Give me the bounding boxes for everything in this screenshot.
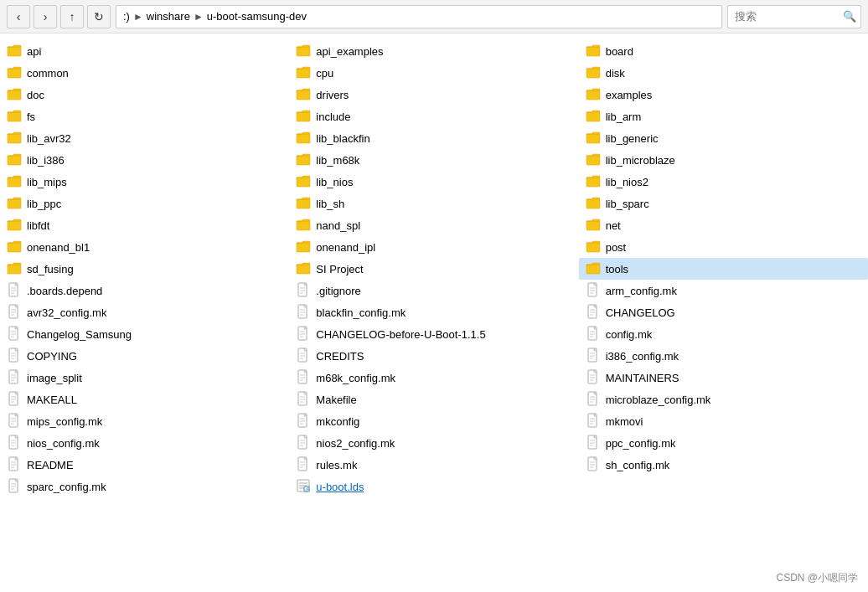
file-item[interactable]: nand_spl xyxy=(289,214,578,236)
file-icon xyxy=(296,304,311,322)
address-path[interactable]: :) ► winshare ► u-boot-samsung-dev xyxy=(116,5,722,28)
svg-rect-30 xyxy=(8,265,21,274)
forward-button[interactable]: › xyxy=(34,5,57,28)
file-item[interactable]: lib_avr32 xyxy=(0,127,289,149)
file-item[interactable]: .gitignore xyxy=(289,280,578,301)
file-item[interactable]: sh_config.mk xyxy=(579,454,868,476)
file-item[interactable]: lib_nios xyxy=(289,171,578,193)
file-item[interactable]: onenand_bl1 xyxy=(0,236,289,258)
file-item[interactable]: microblaze_config.mk xyxy=(579,389,868,410)
file-item[interactable]: i386_config.mk xyxy=(579,345,868,367)
file-item[interactable]: board xyxy=(579,40,868,62)
path-part-2: winshare xyxy=(147,10,190,23)
file-item[interactable]: lib_i386 xyxy=(0,149,289,171)
file-item[interactable]: COPYING xyxy=(0,345,289,367)
svg-rect-16 xyxy=(297,156,310,165)
file-item[interactable]: MAINTAINERS xyxy=(579,367,868,389)
svg-rect-9 xyxy=(8,112,21,121)
file-item[interactable]: post xyxy=(579,236,868,258)
file-icon xyxy=(586,391,601,409)
file-item[interactable]: Changelog_Samsung xyxy=(0,323,289,345)
file-item[interactable]: lib_sparc xyxy=(579,193,868,214)
file-name: MAINTAINERS xyxy=(606,372,679,384)
file-name: CHANGELOG xyxy=(606,306,675,319)
file-item[interactable]: sd_fusing xyxy=(0,258,289,280)
file-item[interactable]: fs xyxy=(0,106,289,127)
file-item[interactable]: tools xyxy=(579,258,868,280)
file-item[interactable]: blackfin_config.mk xyxy=(289,301,578,323)
svg-rect-28 xyxy=(297,243,310,252)
file-item[interactable]: CHANGELOG xyxy=(579,301,868,323)
file-item[interactable]: lib_sh xyxy=(289,193,578,214)
file-item[interactable]: lib_arm xyxy=(579,106,868,127)
file-item[interactable]: README xyxy=(0,454,289,476)
file-item[interactable]: lib_mips xyxy=(0,171,289,193)
file-item[interactable]: mkmovi xyxy=(579,410,868,432)
file-item[interactable]: drivers xyxy=(289,84,578,106)
file-item[interactable]: CHANGELOG-before-U-Boot-1.1.5 xyxy=(289,323,578,345)
refresh-button[interactable]: ↻ xyxy=(87,5,111,28)
file-item[interactable]: api_examples xyxy=(289,40,578,62)
file-icon xyxy=(296,369,311,387)
file-item[interactable]: m68k_config.mk xyxy=(289,367,578,389)
file-item[interactable]: ppc_config.mk xyxy=(579,432,868,454)
file-item[interactable]: avr32_config.mk xyxy=(0,301,289,323)
folder-icon xyxy=(296,152,311,169)
file-item[interactable]: CREDITS xyxy=(289,345,578,367)
file-item[interactable]: SI Project xyxy=(289,258,578,280)
file-name: nios_config.mk xyxy=(27,437,100,450)
file-name: sh_config.mk xyxy=(606,459,670,471)
svg-rect-18 xyxy=(8,178,21,187)
file-item[interactable]: lib_nios2 xyxy=(579,171,868,193)
file-name: lib_microblaze xyxy=(606,154,675,167)
file-item[interactable]: lib_generic xyxy=(579,127,868,149)
file-name: api_examples xyxy=(316,45,383,58)
file-item[interactable]: cpu xyxy=(289,62,578,84)
up-button[interactable]: ↑ xyxy=(60,5,84,28)
file-item[interactable]: common xyxy=(0,62,289,84)
file-item[interactable]: image_split xyxy=(0,367,289,389)
file-item[interactable]: sparc_config.mk xyxy=(0,476,289,497)
file-item[interactable]: examples xyxy=(579,84,868,106)
svg-rect-17 xyxy=(586,156,600,165)
file-item[interactable]: include xyxy=(289,106,578,127)
search-input[interactable] xyxy=(727,5,861,28)
file-item[interactable]: .boards.depend xyxy=(0,280,289,301)
folder-icon xyxy=(7,173,22,191)
file-item[interactable]: lib_blackfin xyxy=(289,127,578,149)
file-item[interactable]: MAKEALL xyxy=(0,389,289,410)
folder-icon xyxy=(7,64,22,82)
file-item[interactable]: Makefile xyxy=(289,389,578,410)
file-item[interactable]: disk xyxy=(579,62,868,84)
file-grid: api api_examples board common cpu disk d… xyxy=(0,40,868,497)
file-item[interactable]: rules.mk xyxy=(289,454,578,476)
svg-rect-10 xyxy=(297,112,310,121)
back-button[interactable]: ‹ xyxy=(7,5,30,28)
file-item[interactable]: mkconfig xyxy=(289,410,578,432)
folder-icon xyxy=(7,152,22,169)
folder-icon xyxy=(586,260,601,278)
file-item[interactable]: doc xyxy=(0,84,289,106)
file-item[interactable]: nios2_config.mk xyxy=(289,432,578,454)
file-name: drivers xyxy=(316,89,349,101)
folder-icon xyxy=(296,173,311,191)
file-name: common xyxy=(27,67,69,80)
file-item[interactable]: mips_config.mk xyxy=(0,410,289,432)
file-item[interactable]: libfdt xyxy=(0,214,289,236)
file-item[interactable]: 🔗 u-boot.lds xyxy=(289,476,578,497)
file-item[interactable]: config.mk xyxy=(579,323,868,345)
svg-rect-2 xyxy=(586,47,600,56)
file-item[interactable]: api xyxy=(0,40,289,62)
file-item[interactable]: lib_m68k xyxy=(289,149,578,171)
file-item[interactable]: nios_config.mk xyxy=(0,432,289,454)
file-item[interactable]: onenand_ipl xyxy=(289,236,578,258)
file-icon xyxy=(7,347,22,365)
file-item[interactable]: lib_microblaze xyxy=(579,149,868,171)
file-name: SI Project xyxy=(316,263,363,275)
file-item[interactable]: arm_config.mk xyxy=(579,280,868,301)
file-name: avr32_config.mk xyxy=(27,306,106,319)
folder-icon xyxy=(296,108,311,126)
folder-icon xyxy=(7,130,22,147)
file-item[interactable]: net xyxy=(579,214,868,236)
file-item[interactable]: lib_ppc xyxy=(0,193,289,214)
